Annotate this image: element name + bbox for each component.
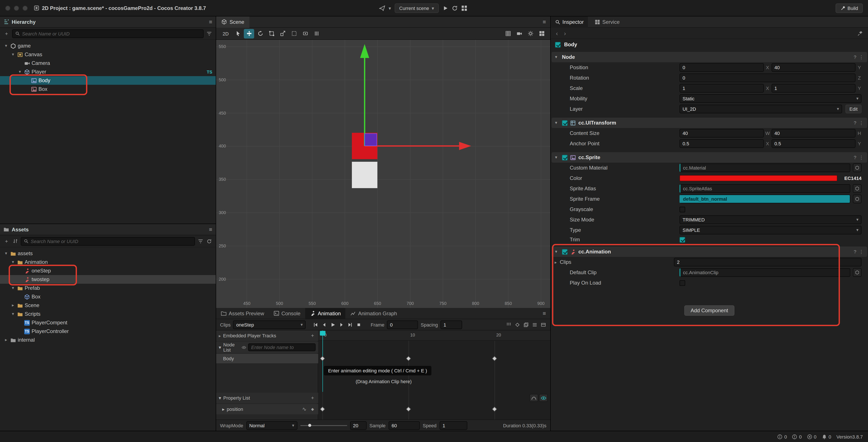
kebab-menu-icon[interactable]: ⋮ [859,249,864,254]
node-name-filter[interactable] [248,344,315,351]
sort-assets-icon[interactable] [12,238,18,244]
position-x-input[interactable]: 0 [680,63,764,72]
animation-enabled-checkbox[interactable] [562,249,567,255]
select-tool-button[interactable] [232,29,243,38]
tab-service[interactable]: Service [591,17,624,27]
previous-frame-button[interactable] [321,321,328,328]
asset-item-scripts-folder[interactable]: ▾ Scripts [0,310,216,318]
warning-counter[interactable]: 0 [792,434,802,439]
content-width-input[interactable]: 40 [680,129,764,138]
type-select[interactable]: SIMPLE ▾ [680,226,862,234]
timeline-ruler[interactable] [318,330,550,341]
hierarchy-menu-icon[interactable]: ≡ [209,19,212,25]
zoom-value-input[interactable]: 20 [350,421,366,430]
chevron-right-icon[interactable]: ▸ [3,338,9,342]
asset-item-scene-folder[interactable]: ▸ Scene [0,301,216,310]
hierarchy-filter-icon[interactable] [206,30,212,37]
tree-item-camera[interactable]: Camera [0,59,216,67]
anchor-x-input[interactable]: 0.5 [680,139,764,148]
jump-first-frame-button[interactable] [313,321,319,328]
close-window-button[interactable] [5,5,10,10]
scale-x-input[interactable]: 1 [680,84,764,93]
chevron-right-icon[interactable]: ▸ [222,406,224,412]
hierarchy-search-field[interactable] [12,29,204,38]
snap-settings-button[interactable] [311,29,321,38]
node-active-checkbox[interactable] [555,42,561,47]
copy-keyframe-icon[interactable] [523,321,529,328]
help-icon[interactable]: ? [854,55,856,59]
rotation-z-input[interactable]: 0 [680,73,856,82]
tab-animation[interactable]: Animation [305,308,346,319]
clip-select[interactable]: oneStep ▾ [233,320,306,329]
rotate-tool-button[interactable] [255,29,266,38]
chevron-right-icon[interactable]: ▸ [219,333,221,338]
create-node-button[interactable]: + [3,30,9,37]
build-button[interactable]: Build [835,3,863,13]
kebab-menu-icon[interactable]: ⋮ [859,55,864,59]
asset-item-animation[interactable]: ▾ Animation [0,258,216,266]
node-section-header[interactable]: ▾ Node ? ⋮ [552,52,867,62]
error-counter[interactable]: 0 [807,434,816,439]
gizmo-region-button[interactable] [300,29,310,38]
property-row-position[interactable]: ▸ position ∿ ◆ [216,404,318,414]
mobility-select[interactable]: Static ▾ [680,94,862,103]
animation-menu-icon[interactable]: ≡ [543,311,550,316]
scale-tool-button[interactable] [278,29,288,38]
keyframe-diamond[interactable] [406,356,411,361]
nav-forward-icon[interactable]: › [564,30,566,36]
uitransform-section-header[interactable]: ▾ cc.UITransform ? ⋮ [552,118,867,128]
nav-back-icon[interactable]: ‹ [556,30,558,36]
asset-picker-icon[interactable] [853,164,862,172]
keyframe-diamond[interactable] [406,407,411,412]
keyframe-diamond[interactable] [492,407,497,412]
asset-item-box-prefab[interactable]: Box [0,292,216,301]
grid-toggle-button[interactable] [503,29,513,38]
speed-input[interactable]: 1 [439,421,467,430]
help-icon[interactable]: ? [854,120,856,125]
asset-item-prefab[interactable]: ▾ Prefab [0,284,216,292]
default-clip-field[interactable]: cc.AnimationClip [680,268,850,277]
content-height-input[interactable]: 40 [771,129,856,138]
sprite-section-header[interactable]: ▾ cc.Sprite ? ⋮ [552,152,867,163]
chevron-down-icon[interactable]: ▾ [555,155,559,159]
keyframe-grid-icon[interactable] [506,321,512,328]
add-keyframe-icon[interactable] [515,321,521,328]
clips-count-input[interactable]: 2 [674,258,862,266]
keyframe-diamond[interactable] [320,356,325,361]
minimize-window-button[interactable] [14,5,19,10]
layout-tiles-icon[interactable] [461,5,467,11]
projection-2d-button[interactable]: 2D [220,29,232,38]
kebab-menu-icon[interactable]: ⋮ [859,155,864,160]
anchor-y-input[interactable]: 0.5 [771,139,856,148]
frame-input[interactable]: 0 [387,320,418,329]
visibility-toggle[interactable] [539,394,548,402]
color-swatch[interactable] [680,175,837,181]
chevron-down-icon[interactable]: ▾ [17,70,23,74]
chevron-down-icon[interactable]: ▾ [10,312,16,316]
ui-rect-tool-button[interactable] [289,29,299,38]
assets-menu-icon[interactable]: ≡ [209,227,212,232]
node-name-filter-input[interactable] [251,345,313,350]
panel-layout-button[interactable] [536,29,547,38]
chevron-down-icon[interactable]: ▾ [219,345,221,350]
gizmo-xy-plane-handle[interactable] [365,134,377,146]
maximize-window-button[interactable] [23,5,28,10]
sprite-frame-field[interactable]: default_btn_normal [680,195,850,203]
box-sprite[interactable] [352,162,377,188]
property-curve-icon[interactable]: ∿ [301,406,307,413]
chevron-right-icon[interactable]: ▸ [555,260,560,264]
scene-selector-dropdown[interactable]: Current scene ▾ [395,3,439,13]
track-list-icon[interactable] [532,321,538,328]
asset-item-assets[interactable]: ▾ assets [0,249,216,258]
play-on-load-checkbox[interactable] [680,280,685,286]
tree-item-player[interactable]: ▾ Player TS [0,67,216,76]
custom-material-field[interactable]: cc.Material [680,164,850,172]
asset-picker-icon[interactable] [853,195,862,203]
help-icon[interactable]: ? [854,249,856,254]
curve-editor-toggle[interactable] [530,394,538,402]
play-animation-button[interactable] [330,321,336,328]
chevron-down-icon[interactable]: ▾ [10,286,16,290]
add-property-button[interactable]: + [310,394,315,401]
chevron-down-icon[interactable]: ▾ [10,260,16,264]
scene-menu-icon[interactable]: ≡ [543,19,550,25]
